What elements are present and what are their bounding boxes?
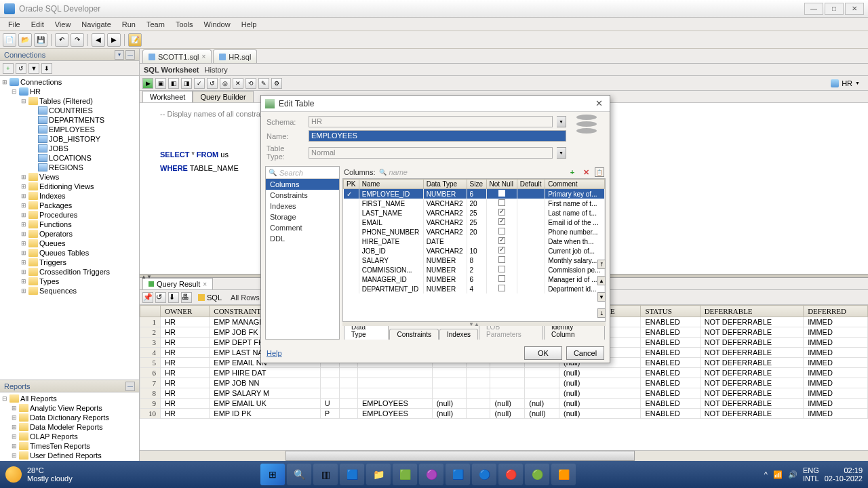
move-top-button[interactable]: ⤒ (597, 260, 606, 269)
columns-table[interactable]: PKNameData TypeSizeNot NullDefaultCommen… (342, 178, 606, 322)
app-icon[interactable]: 🟧 (551, 464, 576, 485)
copy-column-button[interactable]: 📋 (595, 167, 604, 177)
dialog-title: Edit Table (279, 99, 592, 108)
wifi-icon[interactable]: 📶 (773, 470, 783, 479)
name-label: Name: (267, 132, 304, 140)
tab-indexes[interactable]: Indexes (439, 329, 478, 340)
remove-column-button[interactable]: ✕ (581, 167, 591, 177)
condition: Mostly cloudy (27, 474, 73, 483)
dropdown-icon[interactable]: ▼ (557, 116, 566, 127)
edit-table-dialog: Edit Table ✕ Schema: HR ▼ Name: EMPLOYEE… (260, 95, 610, 363)
columns-label: Columns: (344, 168, 375, 176)
type-label: Table Type: (267, 144, 304, 161)
app-icon[interactable]: 🟦 (340, 464, 364, 485)
type-field[interactable]: Normal (309, 147, 553, 159)
cat-storage[interactable]: Storage (266, 211, 339, 222)
clock-time[interactable]: 02:19 (844, 466, 863, 474)
dialog-splitter[interactable]: ▼▲ (342, 322, 606, 326)
dialog-titlebar[interactable]: Edit Table ✕ (261, 96, 610, 112)
search-icon: 🔍 (269, 169, 277, 176)
search-icon: 🔍 (379, 169, 387, 176)
app-icon[interactable]: 📁 (366, 464, 391, 485)
windows-taskbar[interactable]: 28°C Mostly cloudy ⊞ 🔍 ▥ 🟦 📁 🟩 🟣 🟦 🔵 🔴 🟢… (0, 461, 868, 488)
schema-label: Schema: (267, 118, 304, 126)
column-detail-tabs: Data Type Constraints Indexes LOB Parame… (342, 326, 606, 340)
keyboard: INTL (803, 474, 819, 483)
move-up-button[interactable]: ▲ (597, 276, 606, 285)
add-column-button[interactable]: + (568, 167, 577, 177)
cat-comment[interactable]: Comment (266, 222, 339, 233)
cat-constraints[interactable]: Constraints (266, 190, 339, 201)
tab-constraints[interactable]: Constraints (389, 329, 439, 340)
table-icon (265, 99, 275, 108)
language[interactable]: ENG (803, 466, 819, 474)
app-icon[interactable]: 🔵 (472, 464, 496, 485)
search-button[interactable]: 🔍 (287, 464, 311, 485)
app-icon[interactable]: 🟢 (525, 464, 549, 485)
name-field[interactable]: EMPLOYEES (309, 130, 566, 142)
cat-ddl[interactable]: DDL (266, 233, 339, 244)
cat-indexes[interactable]: Indexes (266, 201, 339, 211)
cat-columns[interactable]: Columns (266, 179, 339, 190)
dialog-footer: Help OK Cancel (261, 344, 610, 363)
schema-field[interactable]: HR (309, 116, 553, 127)
move-down-button[interactable]: ▼ (597, 292, 606, 302)
app-icon[interactable]: 🟩 (393, 464, 417, 485)
help-link[interactable]: Help (267, 349, 282, 357)
app-icon[interactable]: 🟦 (446, 464, 470, 485)
taskview-button[interactable]: ▥ (313, 464, 338, 485)
category-search[interactable]: 🔍 Search (266, 167, 339, 179)
temperature: 28°C (27, 466, 73, 474)
app-icon[interactable]: 🟣 (419, 464, 443, 485)
start-button[interactable]: ⊞ (260, 464, 285, 485)
weather-widget[interactable]: 28°C Mostly cloudy (5, 466, 73, 483)
move-bottom-button[interactable]: ⤓ (597, 308, 606, 318)
tray-chevron-icon[interactable]: ^ (764, 470, 768, 479)
app-icon[interactable]: 🔴 (498, 464, 523, 485)
clock-date: 02-10-2022 (825, 474, 863, 483)
dialog-close-button[interactable]: ✕ (592, 98, 606, 110)
category-panel: 🔍 Search Columns Constraints Indexes Sto… (265, 166, 340, 340)
database-icon (574, 115, 599, 139)
system-tray[interactable]: ^ 📶 🔊 ENGINTL 02:1902-10-2022 (764, 466, 863, 483)
ok-button[interactable]: OK (524, 346, 562, 360)
sun-icon (5, 466, 22, 483)
cancel-button[interactable]: Cancel (566, 346, 604, 360)
volume-icon[interactable]: 🔊 (788, 470, 797, 479)
dropdown-icon[interactable]: ▼ (557, 147, 566, 159)
